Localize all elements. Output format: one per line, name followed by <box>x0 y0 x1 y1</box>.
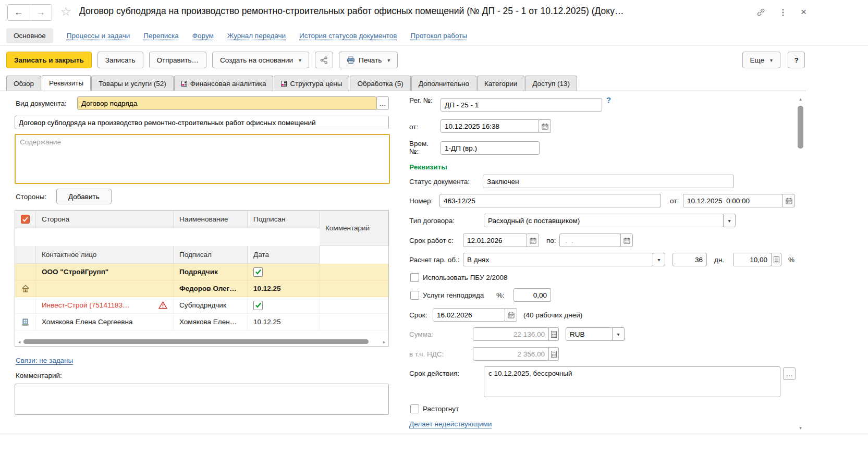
table-row-contact-khomyakova[interactable]: Хомякова Елена Сергеевна Хомякова Елен… … <box>15 314 388 330</box>
calendar-button[interactable] <box>620 233 633 247</box>
date-cell[interactable]: 10.12.25 <box>248 280 320 297</box>
comment-textarea[interactable] <box>15 384 389 415</box>
vertical-scroll-thumb[interactable] <box>798 106 803 149</box>
contact-cell[interactable] <box>36 280 174 297</box>
favorite-star-icon[interactable]: ☆ <box>60 5 71 19</box>
help-button[interactable]: ? <box>788 52 805 68</box>
print-button[interactable]: Печать ▾ <box>339 52 398 68</box>
reg-date-input[interactable] <box>441 119 539 133</box>
doc-kind-input[interactable] <box>77 96 377 110</box>
column-header-signed[interactable]: Подписан <box>248 211 320 228</box>
back-button[interactable]: ← <box>8 5 30 20</box>
warranty-days-input[interactable] <box>673 253 707 266</box>
work-to-input[interactable] <box>559 233 621 247</box>
name-cell[interactable]: Подрядчик <box>174 264 248 280</box>
calendar-button[interactable] <box>527 233 539 247</box>
signer-cell[interactable]: Хомякова Елен… <box>174 314 248 330</box>
work-from-input[interactable] <box>463 233 527 247</box>
comment-cell[interactable] <box>320 297 388 314</box>
scroll-up-icon[interactable]: ▴ <box>797 95 804 103</box>
forward-button[interactable]: → <box>30 5 52 20</box>
terminated-checkbox[interactable] <box>410 404 419 413</box>
horizontal-scroll-thumb[interactable] <box>23 339 369 344</box>
table-row-party-investstroy[interactable]: Инвест-Строй (75141183… Субподрядчик <box>15 297 388 314</box>
reg-number-input[interactable] <box>441 98 602 112</box>
party-cell[interactable]: Инвест-Строй (75141183… <box>36 297 174 314</box>
scroll-down-icon[interactable]: ▾ <box>797 424 804 432</box>
warranty-percent-input[interactable] <box>733 253 772 266</box>
gen-services-checkbox[interactable] <box>410 291 419 300</box>
validity-box[interactable]: с 10.12.2025, бессрочный <box>484 366 780 397</box>
nav-item-main[interactable]: Основное <box>6 28 53 43</box>
help-question-icon[interactable]: ? <box>606 95 611 104</box>
save-and-close-button[interactable]: Записать и закрыть <box>6 52 92 68</box>
more-menu-icon[interactable]: ⋮ <box>779 7 787 17</box>
create-based-on-button[interactable]: Создать на основании ▾ <box>212 52 309 68</box>
vertical-scrollbar[interactable]: ▴ ▾ <box>797 95 804 432</box>
comment-cell[interactable] <box>320 280 388 297</box>
tab-price-structure[interactable]: Структура цены <box>274 76 349 91</box>
warranty-mode-dropdown-button[interactable]: ▾ <box>653 253 665 266</box>
calc-button[interactable] <box>771 253 781 266</box>
party-cell[interactable]: ООО "СтройГрупп" <box>36 264 174 280</box>
table-row-contact-fedorov[interactable]: Федоров Олег… 10.12.25 <box>15 280 388 297</box>
select-column-header[interactable] <box>15 211 36 228</box>
horizontal-scrollbar[interactable]: ◂ ▸ <box>16 338 387 345</box>
column-header-date[interactable]: Дата <box>248 246 320 264</box>
column-header-signer[interactable]: Подписал <box>174 246 248 264</box>
column-header-name[interactable]: Наименование <box>174 211 248 228</box>
calendar-button[interactable] <box>783 194 795 207</box>
signed-cell[interactable] <box>248 297 320 314</box>
calendar-button[interactable] <box>539 119 551 133</box>
more-actions-button[interactable]: Еще ▾ <box>742 52 781 68</box>
signed-checkbox[interactable] <box>253 301 263 310</box>
number-input[interactable] <box>439 194 661 207</box>
column-header-contact[interactable]: Контактное лицо <box>36 246 174 264</box>
doc-kind-more-button[interactable]: … <box>376 96 389 110</box>
contract-type-dropdown-button[interactable]: ▾ <box>723 214 736 227</box>
column-header-party[interactable]: Сторона <box>36 211 174 228</box>
nav-link-correspondence[interactable]: Переписка <box>143 32 179 40</box>
nav-link-forum[interactable]: Форум <box>192 32 214 40</box>
pbu-checkbox[interactable] <box>410 273 419 282</box>
nav-link-work-protocol[interactable]: Протокол работы <box>410 32 467 40</box>
save-button[interactable]: Записать <box>97 52 143 68</box>
date-cell[interactable]: 10.12.25 <box>248 314 320 330</box>
scroll-left-icon[interactable]: ◂ <box>16 339 22 345</box>
invalidates-link[interactable]: Делает недействующими <box>409 420 492 428</box>
calc-button[interactable] <box>548 327 559 341</box>
share-button[interactable] <box>315 52 333 68</box>
nav-link-processes[interactable]: Процессы и задачи <box>67 32 130 40</box>
contact-cell[interactable]: Хомякова Елена Сергеевна <box>36 314 174 330</box>
column-header-comment[interactable]: Комментарий <box>320 211 388 246</box>
tab-financial-analytics[interactable]: Финансовая аналитика <box>174 76 274 91</box>
nav-link-status-history[interactable]: История статусов документов <box>299 32 397 40</box>
tab-additional[interactable]: Дополнительно <box>411 76 476 91</box>
number-date-input[interactable] <box>683 194 783 207</box>
add-party-button[interactable]: Добавить <box>56 189 112 204</box>
tab-processing[interactable]: Обработка (5) <box>350 76 410 91</box>
tab-requisites[interactable]: Реквизиты <box>42 75 91 91</box>
tab-access[interactable]: Доступ (13) <box>525 76 577 91</box>
comment-cell[interactable] <box>320 264 388 280</box>
signed-cell[interactable] <box>248 264 320 280</box>
tab-goods-services[interactable]: Товары и услуги (52) <box>91 76 174 91</box>
relations-link[interactable]: Связи: не заданы <box>16 357 73 364</box>
tab-categories[interactable]: Категории <box>477 76 524 91</box>
gen-services-pct-input[interactable] <box>514 288 551 302</box>
temp-number-input[interactable] <box>441 141 540 155</box>
send-button[interactable]: Отправить… <box>149 52 206 68</box>
calendar-button[interactable] <box>505 308 517 322</box>
term-input[interactable] <box>433 308 505 322</box>
currency-dropdown-button[interactable]: ▾ <box>612 327 625 341</box>
currency-select[interactable] <box>566 327 613 341</box>
tab-overview[interactable]: Обзор <box>6 76 41 91</box>
calc-button[interactable] <box>548 347 559 361</box>
table-row-party-stroygroup[interactable]: ООО "СтройГрупп" Подрядчик <box>15 264 388 280</box>
get-link-icon[interactable] <box>756 8 765 17</box>
comment-cell[interactable] <box>320 314 388 330</box>
name-cell[interactable]: Субподрядчик <box>174 297 248 314</box>
content-textarea[interactable] <box>15 134 390 184</box>
warranty-mode-select[interactable] <box>463 253 653 266</box>
doc-name-input[interactable] <box>15 116 389 129</box>
